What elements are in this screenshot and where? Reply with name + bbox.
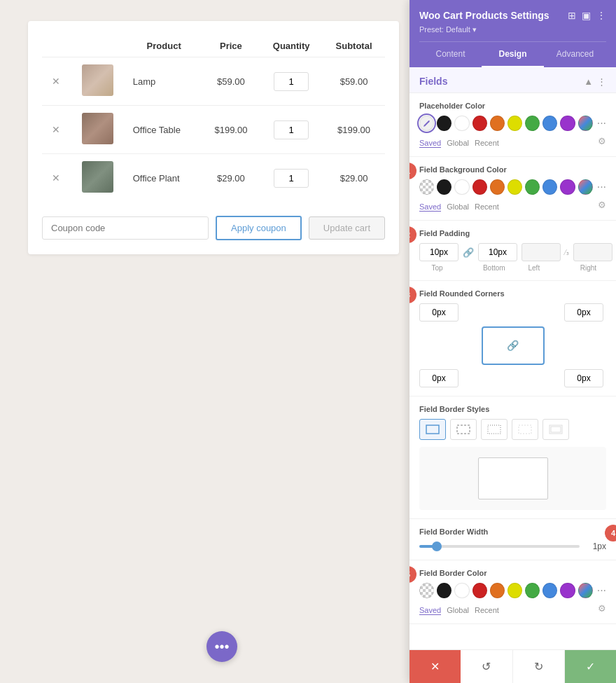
color-swatch-yellow-bg[interactable] xyxy=(507,179,522,195)
color-tab-saved-border[interactable]: Saved xyxy=(419,606,441,615)
color-settings-icon-border[interactable]: ⚙ xyxy=(598,603,606,614)
corner-link-icon[interactable]: 🔗 xyxy=(507,340,519,351)
corner-tr-input[interactable] xyxy=(564,303,603,322)
color-swatch-blue-placeholder[interactable] xyxy=(542,116,557,131)
color-tab-global-border[interactable]: Global xyxy=(447,606,469,615)
color-tab-global-placeholder[interactable]: Global xyxy=(447,139,469,148)
qty-input-3[interactable] xyxy=(274,169,309,188)
color-swatch-black-border[interactable] xyxy=(437,583,451,598)
color-settings-icon-bg[interactable]: ⚙ xyxy=(598,200,606,210)
corner-br-input[interactable] xyxy=(564,369,603,387)
field-bg-color-group: 1 Field Background Color ··· xyxy=(410,157,616,221)
undo-button[interactable]: ↺ xyxy=(461,650,512,683)
color-more-placeholder[interactable]: ··· xyxy=(597,117,606,130)
color-swatch-white-bg[interactable] xyxy=(454,179,469,195)
remove-item-3[interactable]: ✕ xyxy=(52,172,60,184)
svg-rect-4 xyxy=(519,425,531,434)
settings-display-icon[interactable]: ⊞ xyxy=(568,10,576,21)
color-swatch-yellow-border[interactable] xyxy=(507,583,522,598)
table-row: ✕ Office Plant $29.00 $29.00 xyxy=(42,154,385,202)
border-style-double[interactable] xyxy=(542,419,569,440)
color-tab-recent-border[interactable]: Recent xyxy=(475,606,499,615)
placeholder-color-swatches: ··· Saved Global Recent ⚙ xyxy=(419,116,606,148)
color-more-bg[interactable]: ··· xyxy=(597,181,606,193)
color-swatch-black-placeholder[interactable] xyxy=(437,116,451,131)
color-tab-global-bg[interactable]: Global xyxy=(447,202,469,212)
color-tab-recent-placeholder[interactable]: Recent xyxy=(475,139,499,148)
cancel-icon: ✕ xyxy=(430,660,440,673)
redo-button[interactable]: ↻ xyxy=(513,650,565,683)
border-preview-box xyxy=(478,457,548,499)
color-swatch-orange-border[interactable] xyxy=(490,583,505,598)
color-swatch-orange-bg[interactable] xyxy=(490,179,505,195)
corner-tl-input[interactable] xyxy=(419,303,458,322)
settings-footer: ✕ ↺ ↻ ✓ xyxy=(410,649,616,683)
padding-top-input[interactable] xyxy=(419,243,458,261)
tab-advanced[interactable]: Advanced xyxy=(544,42,606,67)
border-style-dotted[interactable] xyxy=(481,419,507,440)
color-swatch-purple-border[interactable] xyxy=(560,583,575,598)
color-swatch-gradient-bg[interactable] xyxy=(578,179,593,195)
padding-right-input[interactable] xyxy=(573,243,612,261)
color-swatch-purple-bg[interactable] xyxy=(560,179,575,195)
eyedropper-swatch-placeholder[interactable] xyxy=(419,116,434,131)
color-swatch-red-placeholder[interactable] xyxy=(472,116,487,131)
border-style-dashed-outer[interactable] xyxy=(450,419,477,440)
color-tab-recent-bg[interactable]: Recent xyxy=(475,202,499,212)
corner-preview-box[interactable]: 🔗 xyxy=(482,326,545,365)
border-style-solid[interactable] xyxy=(419,419,446,440)
color-tab-saved-bg[interactable]: Saved xyxy=(419,202,441,212)
padding-bottom-input[interactable] xyxy=(478,243,517,261)
border-style-none[interactable] xyxy=(512,419,538,440)
color-swatch-black-bg[interactable] xyxy=(437,179,451,195)
qty-input-1[interactable] xyxy=(274,72,309,91)
color-more-border[interactable]: ··· xyxy=(597,584,606,597)
settings-preset[interactable]: Preset: Default ▾ xyxy=(419,25,606,34)
update-cart-button[interactable]: Update cart xyxy=(309,216,385,240)
color-swatch-green-border[interactable] xyxy=(525,583,540,598)
cancel-button[interactable]: ✕ xyxy=(410,650,461,683)
undo-icon: ↺ xyxy=(482,660,491,673)
color-swatch-blue-bg[interactable] xyxy=(542,179,557,195)
settings-split-icon[interactable]: ▣ xyxy=(582,10,591,21)
color-swatch-green-bg[interactable] xyxy=(525,179,540,195)
color-swatch-white-placeholder[interactable] xyxy=(454,116,469,131)
remove-item-2[interactable]: ✕ xyxy=(52,124,60,135)
color-settings-icon-placeholder[interactable]: ⚙ xyxy=(598,136,606,146)
border-width-slider-thumb[interactable] xyxy=(432,541,442,551)
color-swatch-purple-placeholder[interactable] xyxy=(560,116,575,131)
eyedropper-swatch-border[interactable] xyxy=(419,583,434,598)
color-tab-saved-placeholder[interactable]: Saved xyxy=(419,139,441,148)
step-badge-3: 3 xyxy=(410,287,416,303)
padding-left-input[interactable] xyxy=(522,243,561,261)
save-button[interactable]: ✓ xyxy=(565,650,616,683)
color-swatch-red-bg[interactable] xyxy=(472,179,487,195)
color-swatch-blue-border[interactable] xyxy=(542,583,557,598)
settings-header: Woo Cart Products Settings ⊞ ▣ ⋮ Preset:… xyxy=(410,0,616,67)
color-swatch-white-border[interactable] xyxy=(454,583,469,598)
apply-coupon-button[interactable]: Apply coupon xyxy=(216,216,302,240)
color-swatch-red-border[interactable] xyxy=(472,583,487,598)
color-swatch-green-placeholder[interactable] xyxy=(525,116,540,131)
tab-content[interactable]: Content xyxy=(419,42,482,67)
color-swatch-gradient-placeholder[interactable] xyxy=(578,116,593,131)
product-price-2: $199.00 xyxy=(202,106,260,154)
qty-input-2[interactable] xyxy=(274,120,309,139)
floating-menu-button[interactable]: ••• xyxy=(206,631,237,662)
section-expand-icon[interactable]: ▲ xyxy=(584,76,593,87)
padding-link-icon[interactable]: 🔗 xyxy=(463,247,474,258)
color-swatch-gradient-border[interactable] xyxy=(578,583,593,598)
product-image-plant xyxy=(82,161,113,193)
border-width-slider-track[interactable] xyxy=(419,545,580,548)
field-border-styles-label: Field Border Styles xyxy=(419,405,606,413)
color-swatch-orange-placeholder[interactable] xyxy=(490,116,505,131)
section-more-icon[interactable]: ⋮ xyxy=(597,76,606,87)
corner-bl-input[interactable] xyxy=(419,369,458,387)
color-swatch-yellow-placeholder[interactable] xyxy=(507,116,522,131)
tab-design[interactable]: Design xyxy=(482,42,544,67)
remove-item-1[interactable]: ✕ xyxy=(52,76,60,87)
table-row: ✕ Office Table $199.00 $199.00 xyxy=(42,106,385,154)
eyedropper-swatch-bg[interactable] xyxy=(419,179,434,195)
coupon-input[interactable] xyxy=(42,216,209,240)
settings-more-icon[interactable]: ⋮ xyxy=(596,10,606,21)
